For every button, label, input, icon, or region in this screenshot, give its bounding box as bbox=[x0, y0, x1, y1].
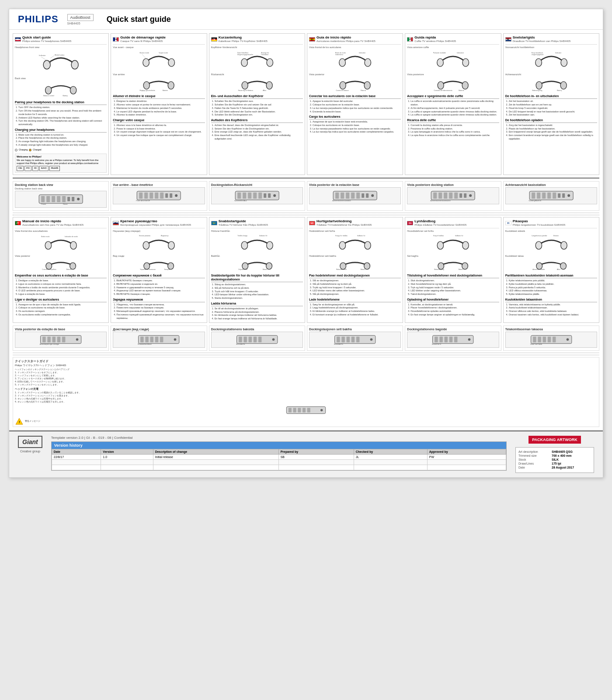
svg-point-145 bbox=[340, 262, 346, 269]
svg-text:Akku: Akku bbox=[263, 90, 266, 91]
svg-rect-113 bbox=[558, 193, 560, 198]
svg-rect-186 bbox=[258, 336, 261, 342]
fr-flag: FR bbox=[113, 37, 119, 42]
sv-charging-heading: Ladda hörlurarna bbox=[211, 301, 303, 306]
svg-rect-94 bbox=[366, 193, 369, 198]
es-subtitle: Auriculares inalámbricos Philips para TV… bbox=[316, 40, 376, 43]
svg-text:Ström/Av/På: Ström/Av/På bbox=[236, 343, 245, 345]
lang-section-ru: RU Краткое руководство Беспроводные науш… bbox=[111, 217, 207, 323]
svg-rect-102 bbox=[454, 192, 458, 199]
svg-text:Power: Power bbox=[41, 203, 46, 205]
svg-text:Управление балансом: Управление балансом bbox=[140, 269, 156, 270]
version-row-2 bbox=[52, 460, 506, 465]
svg-point-7 bbox=[45, 86, 52, 94]
svg-point-203 bbox=[468, 338, 471, 341]
nl-steps: Zet het basisstation uit. Zet de hoofdte… bbox=[505, 100, 597, 116]
no-front-view-label: Hodetelefoner sett forfra bbox=[309, 230, 401, 233]
svg-rect-101 bbox=[449, 192, 452, 199]
it-flag: IT bbox=[407, 37, 413, 42]
svg-point-85 bbox=[273, 194, 276, 197]
docking-it-title: Vista posteriore docking station bbox=[407, 183, 499, 186]
svg-rect-89 bbox=[341, 192, 344, 199]
en-pairing-heading: Pairing your headphones to the docking s… bbox=[15, 100, 107, 105]
led-charging bbox=[15, 149, 17, 151]
svg-rect-206 bbox=[533, 336, 536, 342]
svg-text:Balance control: Balance control bbox=[43, 94, 54, 96]
svg-rect-103 bbox=[459, 193, 462, 198]
svg-rect-77 bbox=[235, 191, 279, 200]
svg-rect-218 bbox=[307, 408, 310, 413]
svg-rect-60 bbox=[57, 196, 60, 202]
svg-rect-104 bbox=[464, 193, 466, 198]
docking-it: Vista posteriore docking station Aliment… bbox=[405, 181, 501, 211]
spec-art: Art description SHB4405 QSG bbox=[518, 450, 591, 453]
svg-line-5 bbox=[41, 57, 47, 60]
de-flag: DE bbox=[211, 37, 217, 42]
en-step-3: Ambient LED flashes while searching for … bbox=[18, 116, 107, 120]
docking-de-diagram: Netzteil/Ein/Aus bbox=[211, 187, 303, 204]
svg-point-157 bbox=[536, 242, 542, 249]
nl-back-view-label: Achteraanzicht bbox=[505, 73, 597, 76]
svg-text:Batería: Batería bbox=[361, 90, 365, 91]
spec-date: Date 28 August 2017 bbox=[518, 466, 591, 469]
top-language-grid: EN Quick start guide Philips wireless TV… bbox=[13, 33, 599, 178]
svg-rect-182 bbox=[239, 336, 242, 342]
svg-rect-214 bbox=[289, 408, 292, 413]
svg-rect-174 bbox=[140, 336, 143, 342]
en-pairing-steps: Turn OFF the docking station. Turn ON th… bbox=[15, 106, 107, 126]
svg-rect-198 bbox=[435, 336, 438, 342]
svg-rect-58 bbox=[46, 196, 50, 202]
en-headphone-front: Mode button Indicator bbox=[15, 50, 107, 75]
svg-text:Батарея: Батарея bbox=[164, 269, 170, 270]
docking-en-diagram: Power Reset bbox=[15, 191, 107, 208]
audio-boost-badge: AudioBoost bbox=[67, 14, 94, 21]
en-welcome: Welcome to Philips! We are happy to welc… bbox=[15, 154, 107, 173]
svg-rect-87 bbox=[333, 191, 377, 200]
svg-rect-178 bbox=[160, 336, 163, 342]
svg-rect-108 bbox=[532, 192, 535, 199]
pt-subtitle: Auscultadores sem fios para TV da Philip… bbox=[22, 224, 83, 227]
svg-rect-176 bbox=[150, 336, 153, 342]
svg-rect-197 bbox=[433, 335, 473, 343]
svg-rect-192 bbox=[347, 336, 350, 342]
svg-text:Langattomuus-painike: Langattomuus-painike bbox=[532, 235, 547, 237]
col-approved: Approved by bbox=[427, 449, 506, 455]
da-flag: DA bbox=[407, 221, 413, 225]
svg-text:Lautstärke: Lautstärke bbox=[261, 54, 268, 56]
svg-text:Питание/Вкл/Выкл: Питание/Вкл/Выкл bbox=[138, 343, 152, 345]
svg-text:Bateria: Bateria bbox=[66, 269, 71, 270]
svg-rect-69 bbox=[144, 192, 148, 199]
en-step-4: Turn the docking station ON. The headpho… bbox=[18, 119, 107, 126]
svg-text:Äänenvoim.säädin: Äänenvoim.säädin bbox=[532, 269, 545, 270]
svg-rect-213 bbox=[286, 407, 325, 414]
docking-it-diagram: Alimentazione/accensione bbox=[407, 187, 499, 204]
en-front-view-label: Headphones front view bbox=[15, 46, 107, 49]
no-subtitle: Trådløse TV-hodetelefoner fra Philips SH… bbox=[316, 224, 372, 227]
da-steps: Sluk dockingstationen. Sluk hovedtelefon… bbox=[407, 279, 499, 296]
nl-front-view-label: Vooraanzicht hoofdtelefoon bbox=[505, 46, 597, 49]
docking-station-row: Docking station back view Docking statio… bbox=[13, 181, 599, 213]
svg-rect-190 bbox=[337, 336, 340, 342]
lang-header-de: DE Kurzanleitung Kabelloser Philips TV-K… bbox=[211, 35, 303, 45]
col-date: Date bbox=[52, 449, 101, 455]
svg-rect-114 bbox=[562, 193, 565, 198]
pt-charge-steps: Assegure-se de que o tipo de estação de … bbox=[15, 303, 107, 317]
it-back-view-label: Vista posteriore bbox=[407, 73, 499, 76]
svg-text:Indikator for: Indikator for bbox=[455, 235, 464, 237]
svg-rect-208 bbox=[542, 336, 546, 342]
svg-text:Mode button: Mode button bbox=[55, 54, 64, 56]
spec-stock: Stock SILK bbox=[518, 458, 591, 461]
svg-rect-56 bbox=[39, 195, 83, 203]
da-back-view-label: Set bagfra bbox=[407, 255, 499, 258]
svg-rect-177 bbox=[155, 336, 158, 342]
ver-1: 1.0 bbox=[101, 455, 153, 460]
svg-text:Pulsante modalità: Pulsante modalità bbox=[433, 52, 446, 54]
svg-rect-175 bbox=[146, 336, 149, 342]
de-title: Kurzanleitung bbox=[219, 35, 268, 40]
svg-point-138 bbox=[266, 262, 272, 269]
svg-rect-165 bbox=[40, 335, 81, 343]
svg-text:Indicator: Indicator bbox=[39, 54, 46, 56]
svg-text:Batterij: Batterij bbox=[557, 90, 562, 91]
svg-point-118 bbox=[70, 242, 76, 249]
lang-header-es: ES Guía de inicio rápido Auriculares ina… bbox=[309, 35, 401, 45]
